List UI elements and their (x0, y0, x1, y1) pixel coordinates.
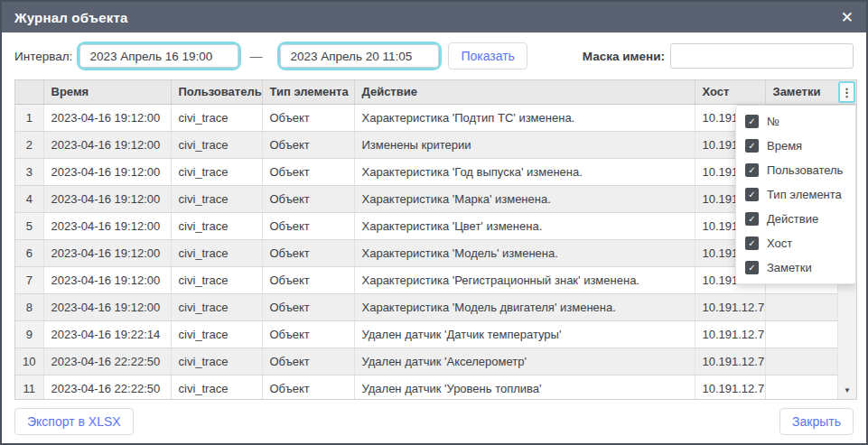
cell-action: Характеристика 'Год выпуска' изменена. (354, 158, 695, 185)
checkbox-checked-icon[interactable]: ✓ (745, 261, 759, 274)
table-row[interactable]: 112023-04-16 22:22:50civi_traceОбъектУда… (15, 375, 838, 400)
log-grid: ВремяПользовательТип элементаДействиеХос… (15, 80, 839, 400)
cell-type: Объект (262, 212, 354, 239)
checkbox-checked-icon[interactable]: ✓ (745, 212, 759, 226)
cell-num: 11 (15, 375, 43, 400)
table-row[interactable]: 52023-04-16 19:12:00civi_traceОбъектХара… (15, 212, 838, 239)
table-row[interactable]: 62023-04-16 19:12:00civi_traceОбъектХара… (15, 239, 838, 266)
cell-action: Характеристика 'Подтип ТС' изменена. (354, 104, 695, 131)
close-icon[interactable]: ✕ (841, 10, 854, 25)
cell-time: 2023-04-16 22:22:50 (43, 348, 171, 375)
checkbox-checked-icon[interactable]: ✓ (745, 188, 759, 201)
cell-user: civi_trace (171, 375, 262, 400)
cell-action: Характеристика 'Модель' изменена. (354, 239, 695, 266)
cell-action: Характеристика 'Регистрационный знак' из… (354, 266, 695, 293)
column-menu-label: Тип элемента (767, 188, 842, 201)
table-row[interactable]: 102023-04-16 22:22:50civi_traceОбъектУда… (15, 348, 838, 375)
cell-user: civi_trace (171, 348, 262, 375)
cell-user: civi_trace (171, 239, 262, 266)
table-row[interactable]: 72023-04-16 19:12:00civi_traceОбъектХара… (15, 266, 838, 293)
cell-time: 2023-04-16 22:22:50 (43, 375, 171, 400)
cell-num: 4 (15, 185, 43, 212)
cell-type: Объект (262, 320, 354, 348)
filter-bar: Интервал: — Показать Маска имени: (2, 32, 866, 79)
table-row[interactable]: 92023-04-16 19:22:14civi_traceОбъектУдал… (15, 320, 838, 348)
show-button[interactable]: Показать (448, 42, 527, 70)
checkbox-checked-icon[interactable]: ✓ (745, 236, 759, 250)
date-to-wrapper (280, 44, 439, 68)
cell-user: civi_trace (171, 185, 262, 212)
table-row[interactable]: 32023-04-16 19:12:00civi_traceОбъектХара… (15, 158, 838, 185)
column-menu-label: Действие (767, 212, 818, 226)
cell-type: Объект (262, 293, 354, 320)
table-row[interactable]: 12023-04-16 19:12:00civi_traceОбъектХара… (15, 104, 838, 131)
dialog-footer: Экспорт в XLSX Закрыть (2, 400, 866, 443)
column-menu-icon[interactable]: ⋮ (838, 81, 855, 103)
cell-user: civi_trace (171, 131, 262, 158)
column-header-Заметки[interactable]: Заметки (765, 80, 838, 104)
column-menu-label: Хост (767, 236, 792, 250)
column-header-num[interactable] (15, 80, 43, 104)
cell-type: Объект (262, 348, 354, 375)
cell-host: 10.191.12.73 (695, 320, 765, 348)
date-to-input[interactable] (280, 44, 439, 68)
column-menu-item[interactable]: ✓Время (736, 134, 855, 158)
column-header-Тип элемента[interactable]: Тип элемента (262, 80, 354, 104)
date-from-input[interactable] (79, 44, 238, 68)
interval-label: Интервал: (14, 50, 72, 63)
cell-user: civi_trace (171, 266, 262, 293)
column-header-Действие[interactable]: Действие (354, 80, 695, 104)
column-menu-item[interactable]: ✓Пользователь (736, 158, 855, 182)
cell-time: 2023-04-16 19:12:00 (43, 212, 171, 239)
cell-host: 10.191.12.73 (695, 375, 765, 400)
cell-time: 2023-04-16 19:12:00 (43, 266, 171, 293)
name-mask-input[interactable] (670, 43, 854, 69)
cell-action: Удален датчик 'Датчик температуры' (354, 320, 695, 348)
table-row[interactable]: 42023-04-16 19:12:00civi_traceОбъектХара… (15, 185, 838, 212)
interval-separator: — (249, 49, 262, 63)
cell-type: Объект (262, 375, 354, 400)
cell-type: Объект (262, 158, 354, 185)
column-menu-item[interactable]: ✓№ (736, 109, 855, 134)
cell-time: 2023-04-16 19:12:00 (43, 131, 171, 158)
cell-type: Объект (262, 266, 354, 293)
cell-action: Характеристика 'Модель двигателя' измене… (354, 293, 695, 320)
cell-action: Удален датчик 'Уровень топлива' (354, 375, 695, 400)
cell-num: 10 (15, 348, 43, 375)
column-header-Время[interactable]: Время (43, 80, 171, 104)
cell-notes (765, 348, 838, 375)
cell-time: 2023-04-16 19:12:00 (43, 293, 171, 320)
column-menu-label: № (767, 115, 779, 128)
cell-time: 2023-04-16 19:12:00 (43, 185, 171, 212)
close-button[interactable]: Закрыть (779, 408, 854, 435)
cell-type: Объект (262, 185, 354, 212)
column-menu-label: Заметки (767, 261, 812, 274)
cell-action: Характеристика 'Марка' изменена. (354, 185, 695, 212)
column-menu-item[interactable]: ✓Действие (736, 207, 855, 231)
checkbox-checked-icon[interactable]: ✓ (745, 139, 759, 153)
column-menu-item[interactable]: ✓Хост (736, 231, 855, 255)
cell-time: 2023-04-16 19:12:00 (43, 239, 171, 266)
cell-type: Объект (262, 239, 354, 266)
cell-user: civi_trace (171, 158, 262, 185)
column-menu-item[interactable]: ✓Тип элемента (736, 182, 855, 207)
scroll-down-icon[interactable]: ▼ (838, 386, 856, 394)
cell-type: Объект (262, 131, 354, 158)
column-visibility-menu: ✓№✓Время✓Пользователь✓Тип элемента✓Дейст… (735, 105, 856, 284)
name-mask-label: Маска имени: (583, 50, 665, 63)
column-header-Хост[interactable]: Хост (695, 80, 765, 104)
column-menu-item[interactable]: ✓Заметки (736, 255, 855, 280)
cell-num: 9 (15, 320, 43, 348)
checkbox-checked-icon[interactable]: ✓ (745, 163, 759, 177)
export-xlsx-button[interactable]: Экспорт в XLSX (14, 408, 134, 435)
cell-action: Удален датчик 'Акселерометр' (354, 348, 695, 375)
cell-notes (765, 320, 838, 348)
cell-host: 10.191.12.73 (695, 348, 765, 375)
table-row[interactable]: 82023-04-16 19:12:00civi_traceОбъектХара… (15, 293, 838, 320)
page-title: Журнал объекта (14, 10, 127, 25)
checkbox-checked-icon[interactable]: ✓ (745, 115, 759, 128)
cell-host: 10.191.12.73 (695, 293, 765, 320)
cell-time: 2023-04-16 19:12:00 (43, 158, 171, 185)
table-row[interactable]: 22023-04-16 19:12:00civi_traceОбъектИзме… (15, 131, 838, 158)
column-header-Пользователь[interactable]: Пользователь (171, 80, 262, 104)
